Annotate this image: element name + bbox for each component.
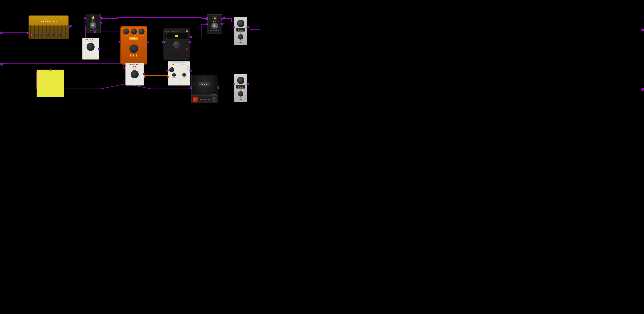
sb1-in-top[interactable] — [84, 17, 86, 20]
ds1-output-port[interactable] — [146, 41, 148, 44]
whammy-range-labels: FIRST LAST — [165, 40, 188, 40]
ds1-input-port[interactable] — [119, 41, 122, 44]
ds1-footswitch[interactable] — [130, 44, 138, 53]
cv2-out-port[interactable] — [143, 73, 145, 75]
control-cv2-ticks: ←●→ — [134, 80, 136, 80]
cv2-led2 — [135, 66, 136, 67]
wire-connector-1 — [70, 25, 72, 27]
wire-connector-7 — [223, 17, 225, 19]
control-cv1-knob[interactable] — [86, 43, 94, 51]
ds1-mod-badge: MOD — [129, 37, 138, 40]
ds1-name-label: DS-1 — [130, 54, 138, 57]
ir-gain-wrap: GAIN — [212, 96, 216, 102]
super-whammy-pedal: SUPER WHAMMY 🔒 ↑ ↑ — FIRST LAST — [164, 28, 190, 60]
sb2-in-bottom[interactable] — [206, 23, 208, 25]
sb2-out-bottom[interactable] — [221, 23, 224, 25]
output-right-top[interactable] — [641, 28, 644, 31]
ir-loader-plugin: MOD IR LOADER ⏻ forward-audio AloshBon G… — [191, 74, 218, 103]
sb1-out-bottom[interactable] — [100, 22, 102, 24]
amp-gain-knob[interactable] — [40, 32, 44, 36]
input-left-bottom[interactable] — [0, 63, 3, 66]
switchbox1-title: SWITCHBOX — [89, 30, 97, 31]
amp-treble-knob[interactable] — [52, 32, 55, 36]
amp-bass-label: BASS — [46, 36, 49, 38]
gain2-top-wrap: GAIN — [237, 76, 244, 84]
gain1-input-port[interactable] — [232, 26, 235, 28]
gain1-name-label: Gain — [239, 42, 242, 44]
switchbox2-leds — [213, 21, 216, 22]
cv-logic-knob1[interactable] — [169, 67, 174, 72]
whammy-meter — [166, 33, 167, 38]
cv-logic-op-label: OPERATOR — [181, 64, 186, 65]
switchbox2-lock-icon: 🔒 — [212, 16, 217, 20]
amp-gain-wrap: GAIN — [40, 32, 44, 38]
ir-output-port[interactable] — [217, 86, 219, 89]
cv-logic-main-row: NAND NOR XNOR — [169, 67, 189, 72]
gain2-led — [240, 90, 241, 90]
sticky-note — [36, 70, 64, 97]
amp-led — [31, 34, 32, 36]
cv-logic-knob3[interactable] — [182, 73, 186, 76]
control-cv2-knob[interactable] — [131, 70, 139, 78]
whammy-display-value: ↑ ↑ — [174, 35, 178, 37]
amp-volume-wrap: VOLUME — [58, 32, 62, 38]
amp-bass-knob[interactable] — [46, 32, 49, 36]
control-cv1-body: CONTROL TO CV CONTROL ←●→ ⊕MOD — [82, 38, 99, 60]
switchbox1-led-green — [92, 20, 93, 22]
gain2-main-knob[interactable] — [237, 77, 244, 84]
ds1-dist-label: DIST — [140, 35, 143, 36]
control-cv2-label: CONTROL — [132, 68, 138, 69]
gain2-top-label: GAIN — [239, 76, 242, 76]
cv-logic-bottom-row — [169, 73, 189, 76]
ir-power-button[interactable]: ⏻ — [193, 97, 198, 102]
ir-input-port[interactable] — [190, 86, 192, 89]
ds1-pedal: TONE LEVEL DIST MOD DS-1 — [120, 26, 147, 64]
gain2-body: GAIN MOD LEVEL Gain — [234, 74, 247, 102]
cv-logic-right-area: NAND NOR XNOR — [187, 68, 189, 72]
ds1-tone-label: TONE — [124, 35, 128, 36]
whammy-knob-area — [165, 41, 188, 48]
gain1-main-knob[interactable] — [237, 20, 244, 27]
cv-logic-in-port[interactable] — [166, 70, 169, 72]
gain1-output-port[interactable] — [246, 26, 249, 28]
gain2-input-port[interactable] — [232, 83, 235, 85]
whammy-wet-gain-label: WET GAIN — [166, 48, 170, 50]
ds1-dist-knob[interactable] — [138, 28, 144, 34]
ds1-tone-knob[interactable] — [123, 28, 129, 34]
cv-logic-left-knobs — [169, 67, 174, 72]
whammy-top: SUPER WHAMMY 🔒 — [165, 30, 188, 32]
ds1-level-knob[interactable] — [131, 28, 137, 34]
cv-logic-top-labels: IN OR XOR — [169, 66, 189, 67]
control-cv1: CONTROL TO CV CONTROL ←●→ ⊕MOD — [82, 38, 99, 60]
whammy-output-port[interactable] — [188, 41, 191, 44]
ds1-knobs-row: TONE LEVEL DIST — [123, 28, 144, 36]
cv-logic-out-port[interactable] — [189, 70, 192, 72]
supersonic-brand-label: guitarix — [45, 18, 52, 20]
gain2-level-knob[interactable] — [238, 91, 243, 96]
whammy-body: SUPER WHAMMY 🔒 ↑ ↑ — FIRST LAST — [164, 28, 190, 60]
control-cv2-leds — [133, 66, 136, 67]
whammy-main-knob[interactable] — [173, 41, 180, 48]
cv-logic-labels-area: IN OR XOR NAND NOR XNOR — [169, 66, 189, 72]
switchbox1: 🔒 SWITCHBOX — [86, 14, 100, 33]
gain1-level-knob[interactable] — [238, 34, 243, 40]
gain2-plugin: GAIN MOD LEVEL Gain — [234, 74, 247, 102]
cv1-out-port[interactable] — [98, 48, 100, 50]
gain2-bottom-wrap: LEVEL — [238, 91, 243, 98]
whammy-lock-icon: 🔒 — [186, 30, 188, 32]
sticky-pin — [50, 69, 51, 71]
cv-logic-plugin: CV LOGIC OPERATORS OPERATOR IN OR XOR NA… — [168, 61, 190, 86]
switchbox2-switch-dot — [214, 25, 215, 27]
gain2-output-port[interactable] — [246, 83, 249, 85]
supersonic-input-port[interactable] — [27, 32, 30, 34]
output-right-bottom[interactable] — [641, 88, 644, 91]
switchbox1-switch[interactable] — [90, 22, 96, 29]
ir-gain-knob[interactable] — [212, 96, 216, 100]
gain2-level-label: LEVEL — [239, 97, 242, 98]
wire-connector-2 — [100, 17, 103, 19]
input-left-top[interactable] — [0, 32, 3, 34]
cv2-led1 — [133, 66, 134, 67]
cv-logic-knob2[interactable] — [172, 73, 176, 76]
amp-volume-knob[interactable] — [58, 32, 62, 36]
control-cv2-brand: ⊕MOD — [133, 83, 136, 84]
